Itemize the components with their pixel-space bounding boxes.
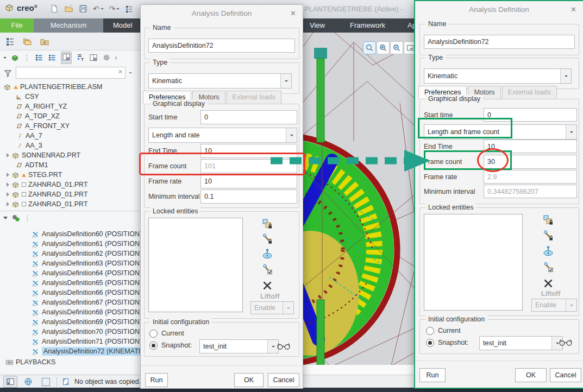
preview-glasses-icon[interactable] (559, 339, 573, 346)
snapshot-label[interactable]: Snapshot: (438, 339, 468, 346)
name-input[interactable]: AnalysisDefinition72 (148, 39, 295, 53)
tree-item-part[interactable]: ZAHNRAD_01.PRT (0, 199, 146, 209)
expand-icon[interactable] (7, 202, 9, 206)
tree-filter-icon[interactable] (76, 53, 85, 62)
tab-file[interactable]: File (0, 18, 34, 33)
tree-item-axis[interactable]: AA_3 (0, 141, 155, 150)
panel-toggle-button[interactable] (3, 376, 17, 388)
search-options-caret-icon[interactable] (129, 72, 132, 75)
undo-button[interactable]: ↶ (93, 4, 104, 13)
tree-item-datum[interactable]: A_FRONT_XY (0, 121, 154, 131)
tree-columns-toggle[interactable] (61, 52, 72, 64)
cam-liftoff-icon[interactable] (542, 245, 554, 257)
duration-mode-select-button[interactable] (286, 128, 297, 142)
frame-rate-input[interactable]: 10 (200, 174, 297, 188)
expand-icon[interactable] (7, 182, 9, 187)
web-browser-button[interactable] (22, 376, 35, 387)
delete-icon[interactable] (542, 277, 554, 289)
tree-expand-icon[interactable] (48, 53, 57, 62)
cancel-button[interactable]: Cancel (268, 373, 299, 387)
run-button[interactable]: Run (145, 373, 168, 387)
current-radio[interactable] (426, 327, 434, 335)
locked-entities-list[interactable] (148, 218, 243, 312)
close-icon[interactable]: ✕ (571, 5, 576, 14)
save-icon[interactable] (79, 4, 87, 13)
new-file-icon[interactable] (50, 4, 59, 13)
current-label[interactable]: Current (161, 330, 184, 337)
redo-button[interactable]: ↷ (109, 4, 120, 13)
tree-item-datum[interactable]: ADTM1 (0, 160, 154, 170)
undo-caret-icon[interactable] (101, 8, 104, 11)
tree-list-icon[interactable] (35, 53, 43, 62)
tree-item-datum[interactable]: A_RIGHT_YZ (0, 102, 154, 111)
snapshot-radio[interactable] (149, 342, 158, 350)
tree-item-root[interactable]: PLANTENGETRIEBE.ASM (0, 82, 142, 92)
select-box-button[interactable] (39, 376, 52, 387)
overflow-icon[interactable]: ⋮ (23, 54, 30, 62)
preview-glasses-icon[interactable] (277, 343, 291, 350)
zoom-in-button[interactable] (377, 41, 390, 54)
zoom-region-button[interactable] (363, 41, 376, 54)
ok-button[interactable]: OK (515, 368, 547, 382)
expand-icon[interactable] (7, 153, 9, 157)
locked-entities-list[interactable] (424, 214, 523, 311)
duration-mode-select-button[interactable] (566, 125, 576, 139)
favorites-tab-icon[interactable] (40, 37, 49, 46)
tree-column-settings-icon[interactable] (89, 53, 98, 62)
type-select[interactable]: Kinematic (148, 73, 292, 88)
tab-model[interactable]: Model (103, 18, 142, 33)
duration-mode-select[interactable]: Length and rate (148, 128, 297, 143)
model-viewport[interactable] (302, 33, 414, 375)
current-label[interactable]: Current (438, 327, 461, 334)
open-file-icon[interactable] (64, 4, 73, 13)
type-select-button[interactable] (280, 74, 291, 88)
tree-settings-gear-icon[interactable] (102, 53, 111, 62)
close-icon[interactable]: ✕ (290, 9, 296, 17)
tree-search-input[interactable]: ✕ (16, 67, 126, 79)
lock-bodies-icon[interactable] (261, 218, 273, 230)
type-select-button[interactable] (560, 69, 571, 83)
redo-caret-icon[interactable] (116, 8, 120, 11)
model-display-icon[interactable] (125, 5, 133, 13)
tab-mechanism[interactable]: Mechanism (34, 18, 103, 33)
tree-item-part[interactable]: ZAHNRAD_01.PRT (0, 189, 146, 199)
delete-icon[interactable] (261, 280, 273, 292)
snapshot-select[interactable]: test_init (479, 336, 563, 350)
snapshot-select[interactable]: test_init (199, 339, 279, 353)
lock-bodies-icon[interactable] (542, 214, 554, 226)
tree-more-icon[interactable]: › (115, 54, 117, 61)
active-model-cube-icon[interactable] (11, 54, 19, 62)
tree-item-csy[interactable]: CSY (0, 92, 154, 102)
tree-item-axis[interactable]: AA_7 (0, 131, 155, 141)
expand-icon[interactable] (7, 192, 9, 197)
ok-button[interactable]: OK (234, 373, 264, 387)
model-tree-tab-icon[interactable] (5, 37, 15, 46)
expand-icon[interactable] (7, 173, 9, 177)
lock-connection-icon[interactable] (542, 230, 554, 242)
snapshot-radio[interactable] (426, 339, 434, 347)
tree-item-playbacks[interactable]: PLAYBACKS (0, 357, 145, 367)
clear-search-icon[interactable]: ✕ (118, 68, 123, 75)
enable-connection-icon[interactable] (261, 263, 273, 275)
collapse-icon[interactable] (3, 217, 8, 219)
snapshot-label[interactable]: Snapshot: (161, 342, 192, 349)
current-radio[interactable] (149, 330, 158, 338)
type-select[interactable]: Kinematic (424, 68, 572, 84)
folder-browser-tab-icon[interactable] (22, 37, 32, 46)
tab-view[interactable]: View (300, 18, 335, 33)
zoom-out-button[interactable] (390, 41, 403, 54)
lock-connection-icon[interactable] (261, 233, 273, 245)
tree-item-part[interactable]: STEG.PRT (0, 170, 146, 180)
tree-item-datum[interactable]: A_TOP_XZ (0, 111, 154, 121)
run-button[interactable]: Run (419, 368, 446, 382)
name-input[interactable]: AnalysisDefinition72 (424, 35, 575, 49)
start-time-input[interactable]: 0 (200, 110, 297, 124)
minimum-interval-input[interactable]: 0.1 (200, 189, 297, 204)
enable-connection-icon[interactable] (542, 261, 554, 273)
mechanism-tree-header[interactable]: ⋮ (0, 213, 142, 223)
cancel-button[interactable]: Cancel (550, 368, 581, 382)
tree-dropdown-caret-icon[interactable] (3, 57, 7, 60)
tree-item-part[interactable]: ZAHNRAD_01.PRT (0, 180, 146, 189)
cam-liftoff-icon[interactable] (261, 248, 273, 260)
tree-item-part[interactable]: SONNENRAD.PRT (0, 150, 146, 160)
